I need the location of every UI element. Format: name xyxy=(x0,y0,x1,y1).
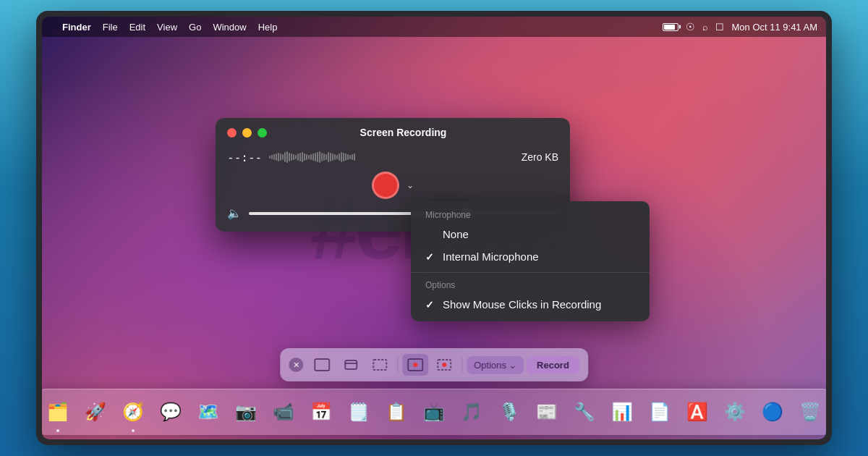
toolbar-separator-1 xyxy=(397,358,398,372)
wifi-icon: ☉ xyxy=(686,21,695,33)
dropdown-menu: Microphone ✓ None ✓ Internal Microphone … xyxy=(411,201,650,321)
dock: 🗂️🚀🧭💬🗺️📷📹📅🗒️📋📺🎵🎙️📰🔧📊📄🅰️⚙️🔵🗑️ xyxy=(42,389,826,435)
internal-checkmark: ✓ xyxy=(425,251,437,263)
file-size: Zero KB xyxy=(522,151,558,163)
toolbar-separator-2 xyxy=(461,358,462,372)
microphone-section-label: Microphone xyxy=(411,207,650,223)
dock-icon-calendar[interactable]: 📅 xyxy=(304,394,339,429)
microphone-none-label: None xyxy=(443,228,469,240)
dock-icon-podcasts[interactable]: 🎙️ xyxy=(492,394,527,429)
mouse-clicks-checkmark: ✓ xyxy=(425,299,437,311)
search-icon[interactable]: ⌕ xyxy=(702,22,708,33)
svg-rect-1 xyxy=(345,360,357,369)
menu-help[interactable]: Help xyxy=(258,22,278,33)
svg-rect-3 xyxy=(373,360,386,370)
menu-bar-left: Finder File Edit View Go Window Help xyxy=(51,22,277,33)
dock-icon-safari[interactable]: 🧭 xyxy=(116,394,150,429)
menu-divider xyxy=(411,272,650,273)
controls-row: ⌄ xyxy=(227,172,558,199)
dock-icon-notes[interactable]: 🗒️ xyxy=(341,394,376,429)
record-btn-inner xyxy=(380,180,391,190)
record-button[interactable] xyxy=(372,172,399,199)
dock-icon-trash[interactable]: 🗑️ xyxy=(793,394,826,429)
menu-view[interactable]: View xyxy=(157,22,177,33)
show-mouse-clicks-option[interactable]: ✓ Show Mouse Clicks in Recording xyxy=(411,293,650,316)
dropdown-arrow[interactable]: ⌄ xyxy=(407,180,414,190)
window-title: Screen Recording xyxy=(273,127,534,138)
dock-icon-messages[interactable]: 💬 xyxy=(153,394,188,429)
microphone-internal-label: Internal Microphone xyxy=(443,250,539,263)
battery-icon xyxy=(663,23,678,31)
time-text: --:-- xyxy=(227,151,262,164)
toolbar-close-icon: ✕ xyxy=(293,360,299,370)
dock-icon-facetime[interactable]: 📹 xyxy=(266,394,301,429)
dock-icon-pages[interactable]: 📄 xyxy=(642,394,677,429)
dock-icon-launchpad[interactable]: 🚀 xyxy=(78,394,113,429)
minimize-button[interactable] xyxy=(242,128,252,138)
dock-icon-news[interactable]: 📰 xyxy=(529,394,564,429)
dock-icon-systemprefs[interactable]: ⚙️ xyxy=(718,394,752,429)
dock-icon-finder[interactable]: 🗂️ xyxy=(42,394,75,429)
airplay-icon[interactable]: ☐ xyxy=(715,22,724,33)
maximize-button[interactable] xyxy=(258,128,267,138)
menu-go[interactable]: Go xyxy=(189,22,201,33)
toolbar-record-entire[interactable] xyxy=(402,354,428,376)
screenshot-toolbar: ✕ Options ⌄ Record xyxy=(280,348,588,381)
window-titlebar: Screen Recording xyxy=(216,118,570,144)
menu-bar: Finder File Edit View Go Window Help ☉ ⌕… xyxy=(42,17,826,37)
microphone-internal-option[interactable]: ✓ Internal Microphone xyxy=(411,245,650,268)
toolbar-options-button[interactable]: Options ⌄ xyxy=(467,356,524,374)
options-section-label: Options xyxy=(411,277,650,293)
laptop-frame: #eMac Finder File Edit View Go Window He… xyxy=(36,11,832,445)
svg-point-7 xyxy=(442,363,446,367)
menu-bar-right: ☉ ⌕ ☐ Mon Oct 11 9:41 AM xyxy=(663,21,817,33)
dock-icon-music[interactable]: 🎵 xyxy=(454,394,489,429)
volume-icon: 🔈 xyxy=(227,206,242,220)
screen: #eMac Finder File Edit View Go Window He… xyxy=(42,17,826,439)
options-arrow: ⌄ xyxy=(509,360,516,371)
svg-point-5 xyxy=(413,363,417,367)
toolbar-close-button[interactable]: ✕ xyxy=(289,358,303,372)
dock-icon-appletv[interactable]: 📺 xyxy=(417,394,451,429)
dock-icon-photos[interactable]: 📷 xyxy=(229,394,263,429)
options-label: Options xyxy=(474,360,506,371)
dock-icon-siri[interactable]: 🔵 xyxy=(755,394,790,429)
toolbar-record-selection[interactable] xyxy=(431,354,457,376)
menu-window[interactable]: Window xyxy=(213,22,246,33)
time-display: --:-- Zero KB xyxy=(227,150,558,164)
menu-file[interactable]: File xyxy=(103,22,118,33)
close-button[interactable] xyxy=(227,128,237,138)
dock-icon-appstore[interactable]: 🅰️ xyxy=(680,394,715,429)
dock-icon-workflow[interactable]: 🔧 xyxy=(567,394,602,429)
show-mouse-clicks-label: Show Mouse Clicks in Recording xyxy=(443,298,601,311)
menu-finder[interactable]: Finder xyxy=(62,22,91,33)
dock-icon-maps[interactable]: 🗺️ xyxy=(191,394,226,429)
toolbar-capture-window[interactable] xyxy=(338,354,364,376)
svg-rect-0 xyxy=(315,359,329,371)
dock-icon-numbers[interactable]: 📊 xyxy=(605,394,639,429)
microphone-none-option[interactable]: ✓ None xyxy=(411,223,650,245)
waveform xyxy=(269,150,514,164)
toolbar-record-button[interactable]: Record xyxy=(527,356,579,374)
menu-datetime: Mon Oct 11 9:41 AM xyxy=(731,22,817,33)
toolbar-capture-entire[interactable] xyxy=(309,354,335,376)
menu-edit[interactable]: Edit xyxy=(129,22,145,33)
toolbar-capture-selection[interactable] xyxy=(367,354,393,376)
dock-icon-reminders[interactable]: 📋 xyxy=(379,394,414,429)
